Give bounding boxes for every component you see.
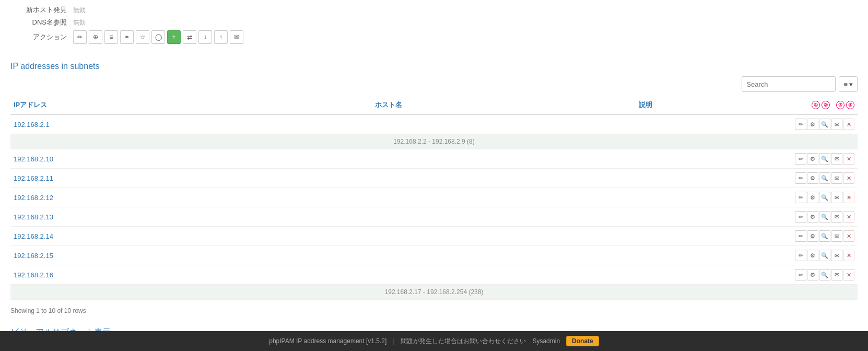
- ip-cell[interactable]: 192.168.2.10: [10, 149, 372, 169]
- row-search-btn[interactable]: 🔍: [819, 119, 830, 130]
- actions-cell: ✏ ⚙ 🔍 ✉ ✕: [792, 169, 858, 188]
- table-row: 192.168.2.12 ✏ ⚙ 🔍 ✉ ✕: [10, 188, 858, 207]
- row-search-btn[interactable]: 🔍: [819, 250, 830, 261]
- add-action-btn[interactable]: ⊕: [89, 30, 102, 44]
- row-search-btn[interactable]: 🔍: [819, 192, 830, 203]
- hostname-cell: [372, 114, 635, 134]
- note-action-btn[interactable]: ≡: [104, 30, 118, 44]
- ip-cell[interactable]: 192.168.2.16: [10, 265, 372, 285]
- ip-cell[interactable]: 192.168.2.14: [10, 227, 372, 246]
- ip-link[interactable]: 192.168.2.13: [14, 213, 53, 221]
- search-input[interactable]: [742, 76, 836, 92]
- row-email-btn[interactable]: ✉: [831, 192, 842, 203]
- row-edit-btn[interactable]: ✏: [795, 211, 806, 223]
- support-link[interactable]: Sysadmin: [532, 337, 560, 345]
- share-action-btn[interactable]: ⇄: [183, 30, 196, 44]
- description-cell: [636, 227, 792, 246]
- table-row: 192.168.2.16 ✏ ⚙ 🔍 ✉ ✕: [10, 265, 858, 285]
- ip-link[interactable]: 192.168.2.1: [14, 121, 50, 128]
- description-cell: [636, 207, 792, 227]
- ip-cell[interactable]: 192.168.2.11: [10, 169, 372, 188]
- edit-action-btn[interactable]: ✏: [73, 30, 87, 44]
- row-edit-btn[interactable]: ✏: [795, 250, 806, 261]
- app-info: phpIPAM IP address management [v1.5.2]: [269, 337, 386, 345]
- columns-button[interactable]: ≡ ▾: [839, 76, 858, 92]
- hostname-cell: [372, 227, 635, 246]
- circle-1: ①: [812, 101, 820, 109]
- row-email-btn[interactable]: ✉: [831, 230, 842, 242]
- row-delete-btn[interactable]: ✕: [843, 172, 854, 184]
- row-delete-btn[interactable]: ✕: [843, 119, 854, 130]
- description-cell: [636, 149, 792, 169]
- col-hostname: ホスト名: [372, 96, 635, 114]
- row-tools-btn[interactable]: ⚙: [807, 269, 818, 280]
- row-edit-btn[interactable]: ✏: [795, 153, 806, 165]
- hostname-cell: [372, 188, 635, 207]
- columns-chevron: ▾: [849, 80, 853, 88]
- row-delete-btn[interactable]: ✕: [843, 192, 854, 203]
- table-row: 192.168.2.13 ✏ ⚙ 🔍 ✉ ✕: [10, 207, 858, 227]
- col-actions: ① ② ③ ④: [792, 96, 858, 114]
- actions-cell: ✏ ⚙ 🔍 ✉ ✕: [792, 188, 858, 207]
- ip-link[interactable]: 192.168.2.14: [14, 232, 53, 240]
- row-delete-btn[interactable]: ✕: [843, 211, 854, 223]
- row-edit-btn[interactable]: ✏: [795, 230, 806, 242]
- donate-button[interactable]: Donate: [566, 336, 599, 346]
- description-cell: [636, 169, 792, 188]
- upload-action-btn[interactable]: ↑: [214, 30, 228, 44]
- hostname-cell: [372, 265, 635, 285]
- row-email-btn[interactable]: ✉: [831, 172, 842, 184]
- description-cell: [636, 188, 792, 207]
- row-email-btn[interactable]: ✉: [831, 211, 842, 223]
- row-delete-btn[interactable]: ✕: [843, 153, 854, 165]
- row-edit-btn[interactable]: ✏: [795, 119, 806, 130]
- row-search-btn[interactable]: 🔍: [819, 211, 830, 223]
- ip-cell[interactable]: 192.168.2.15: [10, 246, 372, 265]
- link-action-btn[interactable]: ⚭: [120, 30, 134, 44]
- star-action-btn[interactable]: ☆: [136, 30, 149, 44]
- row-email-btn[interactable]: ✉: [831, 153, 842, 165]
- row-tools-btn[interactable]: ⚙: [807, 250, 818, 261]
- row-search-btn[interactable]: 🔍: [819, 230, 830, 242]
- hostname-cell: [372, 207, 635, 227]
- hostname-cell: [372, 246, 635, 265]
- row-delete-btn[interactable]: ✕: [843, 269, 854, 280]
- free-range-row: 192.168.2.2 - 192.168.2.9 (8): [10, 134, 858, 149]
- email-action-btn[interactable]: ✉: [230, 30, 243, 44]
- actions-cell: ✏ ⚙ 🔍 ✉ ✕: [792, 227, 858, 246]
- plus-action-btn[interactable]: +: [167, 30, 181, 44]
- ip-cell[interactable]: 192.168.2.13: [10, 207, 372, 227]
- ip-cell[interactable]: 192.168.2.12: [10, 188, 372, 207]
- download-action-btn[interactable]: ↓: [198, 30, 212, 44]
- row-search-btn[interactable]: 🔍: [819, 153, 830, 165]
- row-edit-btn[interactable]: ✏: [795, 192, 806, 203]
- hostname-cell: [372, 169, 635, 188]
- row-tools-btn[interactable]: ⚙: [807, 172, 818, 184]
- row-search-btn[interactable]: 🔍: [819, 172, 830, 184]
- ip-link[interactable]: 192.168.2.15: [14, 252, 53, 260]
- dns-label: DNS名参照: [10, 18, 73, 27]
- table-row: 192.168.2.15 ✏ ⚙ 🔍 ✉ ✕: [10, 246, 858, 265]
- ip-section-title[interactable]: IP addresses in subnets: [10, 62, 858, 71]
- ip-link[interactable]: 192.168.2.16: [14, 271, 53, 279]
- ip-link[interactable]: 192.168.2.11: [14, 174, 53, 182]
- row-edit-btn[interactable]: ✏: [795, 269, 806, 280]
- row-tools-btn[interactable]: ⚙: [807, 211, 818, 223]
- table-row: 192.168.2.10 ✏ ⚙ 🔍 ✉ ✕: [10, 149, 858, 169]
- row-edit-btn[interactable]: ✏: [795, 172, 806, 184]
- row-email-btn[interactable]: ✉: [831, 250, 842, 261]
- row-delete-btn[interactable]: ✕: [843, 230, 854, 242]
- row-email-btn[interactable]: ✉: [831, 269, 842, 280]
- clock-action-btn[interactable]: ◯: [151, 30, 165, 44]
- col-ip: IPアドレス: [10, 96, 372, 114]
- row-search-btn[interactable]: 🔍: [819, 269, 830, 280]
- row-delete-btn[interactable]: ✕: [843, 250, 854, 261]
- row-tools-btn[interactable]: ⚙: [807, 119, 818, 130]
- ip-cell[interactable]: 192.168.2.1: [10, 114, 372, 134]
- ip-link[interactable]: 192.168.2.12: [14, 194, 53, 202]
- row-tools-btn[interactable]: ⚙: [807, 192, 818, 203]
- ip-link[interactable]: 192.168.2.10: [14, 155, 53, 163]
- row-email-btn[interactable]: ✉: [831, 119, 842, 130]
- row-tools-btn[interactable]: ⚙: [807, 230, 818, 242]
- row-tools-btn[interactable]: ⚙: [807, 153, 818, 165]
